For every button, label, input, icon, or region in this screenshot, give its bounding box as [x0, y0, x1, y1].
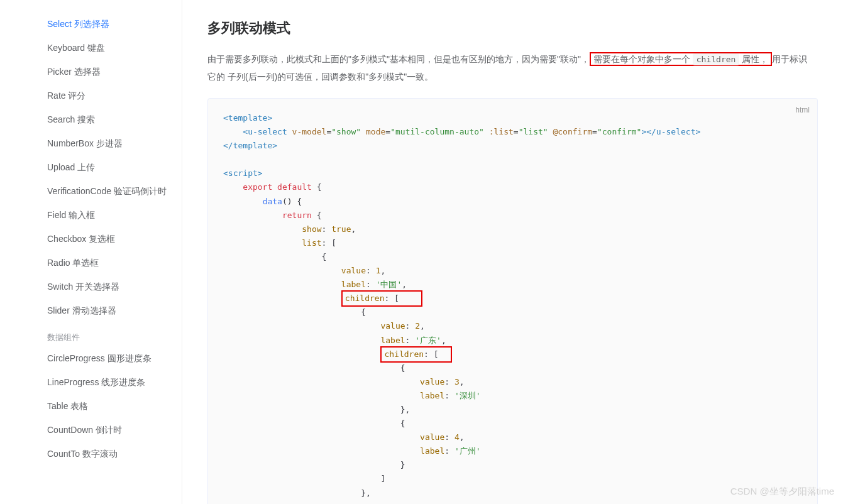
- sidebar-item-picker[interactable]: Picker 选择器: [47, 60, 182, 84]
- code-content: <template> <u-select v-model="show" mode…: [223, 111, 802, 500]
- sidebar-group-label: 数据组件: [47, 323, 182, 347]
- sidebar-item-table[interactable]: Table 表格: [47, 395, 182, 419]
- code-language-label: html: [795, 104, 810, 116]
- description: 由于需要多列联动，此模式和上面的"多列模式"基本相同，但是也有区别的地方，因为需…: [207, 50, 818, 85]
- highlight-annotation: 需要在每个对象中多一个 children 属性，: [590, 52, 772, 66]
- sidebar: Select 列选择器 Keyboard 键盘 Picker 选择器 Rate …: [0, 0, 182, 504]
- sidebar-item-field[interactable]: Field 输入框: [47, 204, 182, 227]
- page-title: 多列联动模式: [207, 19, 818, 38]
- main-content: 多列联动模式 由于需要多列联动，此模式和上面的"多列模式"基本相同，但是也有区别…: [182, 0, 843, 504]
- sidebar-item-radio[interactable]: Radio 单选框: [47, 251, 182, 275]
- watermark: CSDN @坐等夕阳落time: [730, 486, 834, 498]
- sidebar-item-lineprogress[interactable]: LineProgress 线形进度条: [47, 371, 182, 395]
- sidebar-item-circleprogress[interactable]: CircleProgress 圆形进度条: [47, 347, 182, 371]
- sidebar-item-numberbox[interactable]: NumberBox 步进器: [47, 132, 182, 156]
- inline-code: children: [693, 53, 740, 65]
- sidebar-item-switch[interactable]: Switch 开关选择器: [47, 275, 182, 299]
- highlight-annotation-children-2: children: [: [380, 346, 452, 363]
- sidebar-item-verification[interactable]: VerificationCode 验证码倒计时: [47, 180, 182, 204]
- sidebar-item-search[interactable]: Search 搜索: [47, 108, 182, 132]
- sidebar-item-upload[interactable]: Upload 上传: [47, 156, 182, 180]
- sidebar-item-countdown[interactable]: CountDown 倒计时: [47, 419, 182, 442]
- sidebar-item-select[interactable]: Select 列选择器: [47, 13, 182, 36]
- highlight-annotation-children-1: children: [: [341, 290, 422, 307]
- sidebar-item-countto[interactable]: CountTo 数字滚动: [47, 442, 182, 466]
- sidebar-item-keyboard[interactable]: Keyboard 键盘: [47, 36, 182, 60]
- sidebar-item-rate[interactable]: Rate 评分: [47, 84, 182, 108]
- sidebar-item-slider[interactable]: Slider 滑动选择器: [47, 299, 182, 323]
- sidebar-item-checkbox[interactable]: Checkbox 复选框: [47, 227, 182, 251]
- code-block: html <template> <u-select v-model="show"…: [207, 98, 818, 504]
